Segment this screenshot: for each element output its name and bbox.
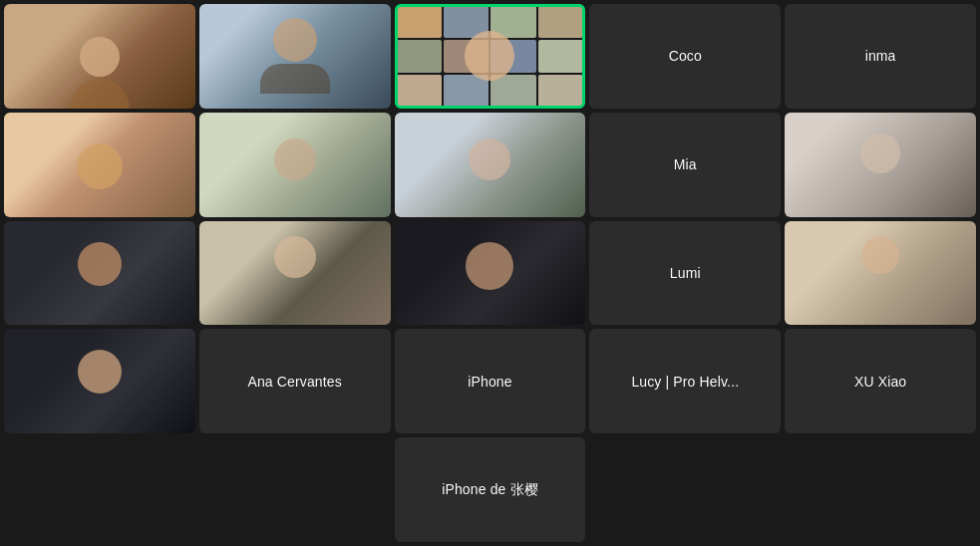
tile-mia: Mia (589, 113, 781, 217)
tile-p13 (395, 221, 586, 326)
tile-p12 (199, 221, 391, 326)
tile-iphone: iPhone (395, 329, 586, 433)
tile-p2 (199, 4, 391, 109)
tile-ana-cervantes: Ana Cervantes (199, 329, 391, 433)
lumi-label: Lumi (662, 261, 709, 285)
tile-p3-grid (395, 4, 586, 109)
mia-label: Mia (666, 152, 705, 176)
tile-p7 (199, 113, 391, 217)
lucy-label: Lucy | Pro Helv... (623, 370, 747, 394)
xu-xiao-label: XU Xiao (846, 370, 914, 394)
video-grid: Coco inma Mia (0, 0, 980, 546)
tile-p10 (785, 113, 976, 217)
tile-p6 (4, 113, 195, 217)
ana-cervantes-label: Ana Cervantes (239, 370, 349, 394)
tile-p16 (4, 329, 195, 433)
tile-xu-xiao: XU Xiao (785, 329, 976, 433)
iphone-zhang-label: iPhone de 张樱 (434, 477, 546, 503)
iphone-label: iPhone (460, 370, 519, 394)
tile-inma: inma (785, 4, 976, 109)
tile-coco: Coco (589, 4, 781, 109)
tile-lucy: Lucy | Pro Helv... (589, 329, 781, 433)
coco-label: Coco (661, 44, 710, 68)
tile-iphone-zhang: iPhone de 张樱 (395, 437, 586, 542)
tile-p8 (395, 113, 586, 217)
tile-p11 (4, 221, 195, 326)
tile-p15 (785, 221, 976, 326)
tile-lumi: Lumi (589, 221, 781, 326)
inma-label: inma (857, 44, 904, 68)
tile-p1 (4, 4, 195, 109)
